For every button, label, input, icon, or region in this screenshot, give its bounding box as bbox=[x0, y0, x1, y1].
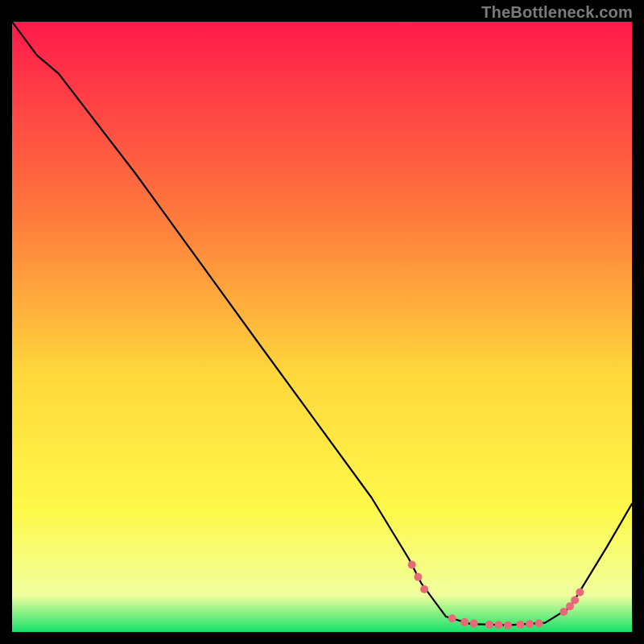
data-marker bbox=[576, 588, 584, 597]
attribution-label: TheBottleneck.com bbox=[481, 3, 633, 22]
data-marker bbox=[571, 597, 579, 605]
gradient-background bbox=[12, 22, 632, 632]
data-marker bbox=[470, 619, 478, 627]
bottleneck-chart bbox=[12, 22, 632, 632]
data-marker bbox=[559, 608, 568, 616]
data-marker bbox=[526, 620, 534, 628]
data-marker bbox=[504, 621, 512, 630]
chart-frame: TheBottleneck.com bbox=[0, 0, 644, 644]
data-marker bbox=[408, 561, 416, 569]
data-marker bbox=[448, 614, 456, 622]
data-marker bbox=[494, 621, 502, 629]
data-marker bbox=[535, 619, 543, 627]
data-marker bbox=[516, 621, 524, 629]
data-marker bbox=[460, 618, 469, 626]
data-marker bbox=[485, 621, 493, 629]
data-marker bbox=[420, 585, 428, 593]
data-marker bbox=[414, 573, 422, 581]
